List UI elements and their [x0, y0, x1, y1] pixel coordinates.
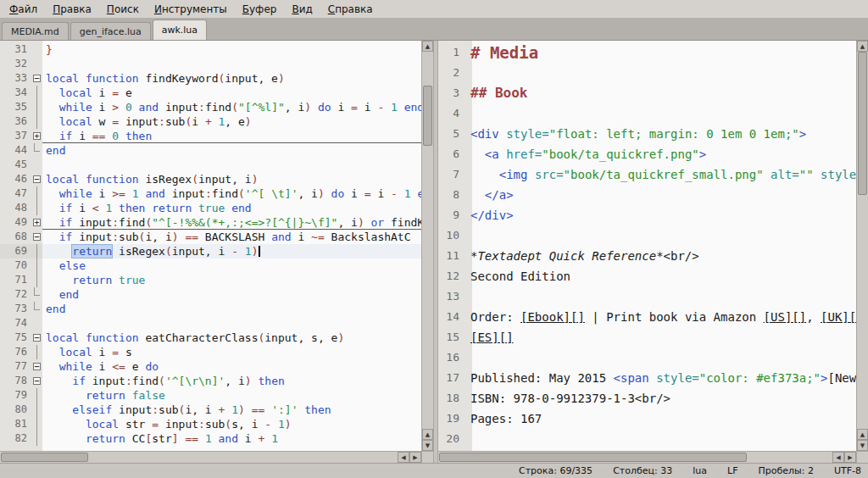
scroll-trough[interactable] [438, 452, 832, 463]
line-number[interactable]: 45 [0, 158, 31, 172]
line-number[interactable]: 8 [438, 185, 467, 205]
line-number[interactable]: 78 [0, 374, 31, 388]
code-text[interactable]: return true [42, 273, 421, 287]
line-number[interactable]: 82 [0, 431, 31, 446]
line-number[interactable]: 74 [0, 316, 31, 331]
line-number[interactable]: 75 [0, 331, 31, 345]
scroll-trough[interactable] [857, 52, 868, 429]
line-number[interactable]: 6 [438, 144, 467, 164]
line-number[interactable]: 33 [0, 71, 31, 86]
code-text[interactable]: local function eatCharacterClass(input, … [42, 331, 421, 345]
line-number[interactable]: 19 [438, 409, 467, 429]
code-text[interactable]: return CC[str] == 1 and i + 1 [42, 431, 421, 446]
line-number[interactable]: 9 [438, 205, 467, 225]
code-text[interactable]: end [42, 302, 421, 316]
line-number[interactable]: 79 [0, 388, 31, 403]
scroll-left-button[interactable]: ◀ [832, 452, 844, 463]
scroll-right-button[interactable]: ▶ [844, 452, 856, 463]
code-text[interactable]: local i = e [42, 86, 421, 100]
right-horizontal-scrollbar[interactable]: ◀ ▶ [438, 451, 868, 463]
right-editor[interactable]: 1# Media23## Book45<div style="float: le… [438, 41, 856, 451]
code-text[interactable] [467, 63, 856, 83]
line-number[interactable]: 35 [0, 100, 31, 114]
code-text[interactable]: ## Book [467, 83, 856, 103]
code-text[interactable]: Order: [Ebook][] | Print book via Amazon… [467, 307, 856, 327]
line-number[interactable]: 80 [0, 403, 31, 417]
line-number[interactable]: 73 [0, 302, 31, 316]
code-text[interactable]: elseif input:sub(i, i + 1) == ':]' then [42, 403, 421, 417]
line-number[interactable]: 77 [0, 359, 31, 374]
code-text[interactable]: while i > 0 and input:find("[^%l]", i) d… [42, 100, 421, 114]
code-text[interactable]: <a href="book/ta_quickref.png"> [467, 144, 856, 164]
line-number[interactable]: 44 [0, 143, 31, 158]
line-number[interactable]: 5 [438, 124, 467, 144]
code-text[interactable]: Second Edition [467, 266, 856, 286]
line-number[interactable]: 70 [0, 258, 31, 273]
fold-collapse-icon[interactable]: – [33, 175, 41, 183]
code-text[interactable] [467, 225, 856, 246]
line-number[interactable]: 10 [438, 225, 467, 246]
tab-gen_iface.lua[interactable]: gen_iface.lua [70, 22, 151, 40]
code-text[interactable]: [ES][] [467, 327, 856, 347]
code-text[interactable]: if input:sub(i, i) == BACKSLASH and i ~=… [42, 230, 421, 244]
line-number[interactable]: 15 [438, 327, 467, 347]
line-number[interactable]: 17 [438, 368, 467, 388]
line-number[interactable]: 81 [0, 417, 31, 431]
line-number[interactable]: 46 [0, 172, 31, 186]
line-number[interactable]: 2 [438, 63, 467, 83]
line-number[interactable]: 32 [0, 57, 31, 71]
fold-expand-icon[interactable]: + [33, 132, 41, 140]
line-number[interactable]: 18 [438, 388, 467, 409]
menu-item[interactable]: Буфер [236, 2, 283, 17]
code-text[interactable]: <img src="book/ta_quickref_small.png" al… [467, 164, 856, 185]
tab-MEDIA.md[interactable]: MEDIA.md [2, 22, 69, 40]
fold-expand-icon[interactable]: + [33, 219, 41, 226]
code-text[interactable]: end [42, 287, 421, 302]
line-number[interactable]: 20 [438, 429, 467, 449]
code-text[interactable] [42, 158, 421, 172]
line-number[interactable]: 12 [438, 266, 467, 286]
line-number[interactable]: 36 [0, 114, 31, 129]
line-number[interactable]: 7 [438, 164, 467, 185]
scroll-down-button[interactable]: ▼ [857, 440, 868, 451]
code-text[interactable]: local function isRegex(input, i) [42, 172, 421, 186]
fold-collapse-icon[interactable]: – [33, 75, 41, 82]
line-number[interactable]: 76 [0, 345, 31, 359]
line-number[interactable]: 37 [0, 129, 31, 143]
line-number[interactable]: 11 [438, 246, 467, 266]
scroll-left-button[interactable]: ◀ [398, 452, 409, 463]
line-number[interactable]: 4 [438, 103, 467, 124]
left-vertical-scrollbar[interactable]: ▲ ▲ ▼ [421, 41, 433, 451]
code-text[interactable]: local function findKeyword(input, e) [42, 71, 421, 86]
code-text[interactable] [42, 57, 421, 71]
code-text[interactable]: } [42, 42, 421, 57]
code-text[interactable] [467, 286, 856, 307]
left-editor[interactable]: 31}3233–local function findKeyword(input… [0, 41, 421, 451]
line-number[interactable]: 13 [438, 286, 467, 307]
fold-collapse-icon[interactable]: – [33, 334, 41, 342]
menu-item[interactable]: Вид [286, 2, 318, 17]
scroll-up-button[interactable]: ▲ [422, 41, 433, 52]
code-text[interactable]: local str = input:sub(s, i - 1) [42, 417, 421, 431]
scroll-thumb[interactable] [423, 86, 432, 146]
line-number[interactable]: 48 [0, 201, 31, 215]
code-text[interactable]: else [42, 258, 421, 273]
fold-collapse-icon[interactable]: – [33, 377, 41, 385]
scroll-up-button[interactable]: ▲ [857, 429, 868, 440]
line-number[interactable]: 47 [0, 186, 31, 201]
scroll-thumb[interactable] [1, 453, 88, 462]
scroll-up-button[interactable]: ▲ [422, 429, 433, 440]
line-number[interactable]: 16 [438, 347, 467, 368]
line-number[interactable]: 14 [438, 307, 467, 327]
code-text[interactable]: Pages: 167 [467, 409, 856, 429]
menu-item[interactable]: Файл [3, 2, 43, 17]
code-text[interactable]: if input:find('^[\r\n]', i) then [42, 374, 421, 388]
scroll-right-button[interactable]: ▶ [409, 452, 421, 463]
code-text[interactable]: ISBN: 978-0-9912379-1-3<br/> [467, 388, 856, 409]
code-text[interactable]: return false [42, 388, 421, 403]
code-text[interactable]: </div> [467, 205, 856, 225]
menu-item[interactable]: Правка [47, 2, 97, 17]
line-number[interactable]: 3 [438, 83, 467, 103]
scroll-trough[interactable] [422, 52, 433, 429]
code-text[interactable]: while i >= 1 and input:find('^[ \t]', i)… [42, 186, 421, 201]
